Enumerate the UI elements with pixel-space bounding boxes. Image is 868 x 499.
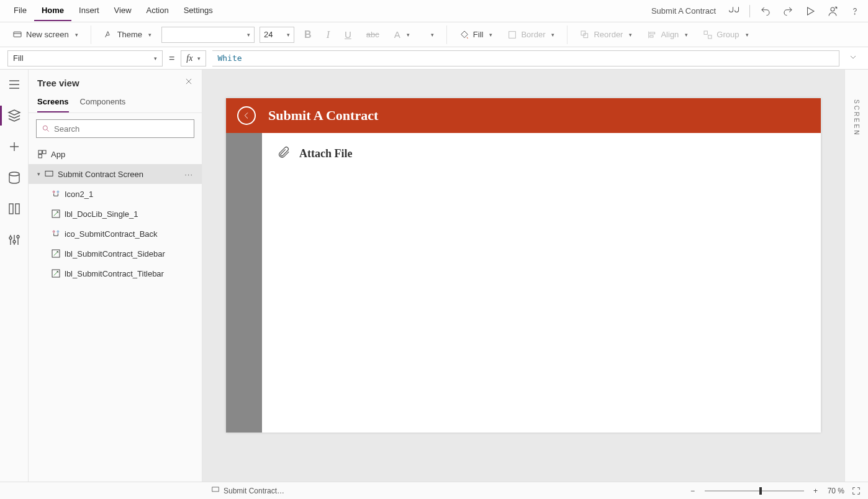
menu-file[interactable]: File (6, 1, 34, 21)
attach-file-row[interactable]: Attach File (277, 144, 806, 163)
property-selector[interactable]: Fill▾ (7, 50, 163, 66)
align-button[interactable]: Align▾ (642, 27, 693, 42)
border-button[interactable]: Border▾ (502, 27, 559, 42)
menu-home[interactable]: Home (34, 1, 71, 21)
underline-button[interactable]: U (340, 27, 356, 42)
back-button[interactable] (237, 106, 256, 125)
menu-insert[interactable]: Insert (71, 1, 107, 21)
align-icon (647, 30, 657, 40)
font-color-button[interactable]: A▾ (389, 27, 415, 42)
svg-rect-11 (9, 204, 13, 214)
insert-rail-icon[interactable] (7, 139, 22, 154)
bold-button[interactable]: B (299, 27, 317, 43)
tree-node[interactable]: Icon2_1 (29, 184, 202, 204)
tree-node[interactable]: ▾Submit Contract Screen··· (29, 164, 202, 184)
status-bar: Submit Contract… − + 70 % (0, 482, 868, 499)
group-label: Group (717, 30, 739, 39)
theme-label: Theme (117, 30, 142, 39)
tree-app-row[interactable]: App (29, 144, 202, 164)
svg-rect-18 (43, 150, 46, 153)
treeview-rail-icon[interactable] (7, 108, 22, 123)
tree-search-box[interactable] (36, 119, 194, 138)
fx-button[interactable]: fx▾ (181, 50, 206, 66)
tree-node[interactable]: lbl_SubmitContract_Sidebar (29, 244, 202, 263)
svg-rect-6 (650, 32, 655, 34)
app-canvas[interactable]: Submit A Contract Attach File (226, 98, 821, 433)
menu-action[interactable]: Action (139, 1, 176, 21)
tree-node-label: Submit Contract Screen (58, 170, 143, 179)
redo-icon[interactable] (781, 4, 795, 18)
svg-rect-20 (45, 171, 53, 176)
svg-point-21 (53, 191, 55, 193)
svg-rect-12 (16, 204, 19, 214)
text-align-button[interactable]: ▾ (420, 29, 439, 40)
tree-tab-screens[interactable]: Screens (37, 93, 69, 112)
fit-screen-button[interactable] (851, 485, 862, 497)
tree-node[interactable]: lbl_SubmitContract_Titlebar (29, 263, 202, 283)
svg-rect-19 (38, 155, 42, 158)
tree-node-label: lbl_SubmitContract_Sidebar (65, 249, 165, 259)
border-label: Border (521, 30, 545, 39)
right-rail-label: SCREEN (853, 99, 860, 137)
theme-button[interactable]: Theme▾ (99, 27, 156, 42)
ctrl-icon (51, 189, 61, 199)
app-title: Submit A Contract (268, 108, 378, 124)
italic-button[interactable]: I (322, 27, 335, 43)
font-family-select[interactable]: ▾ (161, 27, 255, 43)
help-icon[interactable] (848, 4, 862, 18)
data-rail-icon[interactable] (7, 170, 22, 185)
font-size-value: 24 (264, 30, 273, 39)
tree-node[interactable]: lbl_DocLib_Single_1 (29, 204, 202, 224)
tree-app-label: App (51, 150, 65, 159)
formula-input[interactable] (212, 50, 839, 66)
undo-icon[interactable] (759, 4, 772, 18)
menu-view[interactable]: View (107, 1, 139, 21)
new-screen-button[interactable]: New screen▾ (7, 27, 83, 42)
canvas-area[interactable]: Submit A Contract Attach File (202, 70, 844, 482)
tree-node[interactable]: ico_SubmitContract_Back (29, 224, 202, 244)
svg-rect-17 (38, 150, 42, 153)
strike-button[interactable]: abc (361, 27, 384, 42)
group-button[interactable]: Group▾ (698, 27, 753, 42)
advanced-rail-icon[interactable] (7, 232, 22, 247)
reorder-button[interactable]: Reorder▾ (575, 27, 637, 42)
media-rail-icon[interactable] (7, 201, 22, 216)
reorder-icon (580, 30, 590, 40)
play-icon[interactable] (803, 4, 817, 18)
svg-point-15 (17, 236, 19, 238)
equals-sign: = (169, 53, 174, 64)
group-icon (703, 30, 713, 40)
fill-icon (459, 30, 469, 40)
close-tree-view-button[interactable] (184, 77, 193, 88)
search-icon (42, 124, 50, 133)
ctrl-icon (51, 229, 61, 239)
label-icon (51, 249, 61, 259)
border-icon (507, 30, 517, 40)
svg-point-24 (53, 231, 55, 232)
chevron-down-icon[interactable]: ▾ (37, 171, 40, 177)
font-size-select[interactable]: 24▾ (260, 27, 294, 43)
label-icon (51, 209, 61, 219)
zoom-slider[interactable] (705, 490, 804, 492)
ribbon: New screen▾ Theme▾ ▾ 24▾ B I U abc A▾ ▾ … (0, 22, 868, 47)
app-icon (37, 149, 47, 159)
tree-search-input[interactable] (54, 124, 189, 134)
zoom-out-button[interactable]: − (687, 485, 698, 497)
fill-button[interactable]: Fill▾ (454, 27, 498, 42)
tree-node-label: lbl_DocLib_Single_1 (65, 209, 138, 219)
attach-file-label: Attach File (299, 147, 352, 160)
svg-rect-5 (584, 34, 588, 38)
expand-formula-button[interactable] (846, 52, 861, 65)
svg-point-25 (57, 231, 59, 232)
zoom-in-button[interactable]: + (810, 485, 821, 497)
share-icon[interactable] (826, 4, 839, 18)
menu-bar: FileHomeInsertViewActionSettings Submit … (0, 0, 868, 22)
hamburger-icon[interactable] (7, 77, 22, 92)
svg-point-16 (43, 126, 47, 130)
tree-node-context-button[interactable]: ··· (181, 170, 197, 179)
svg-rect-28 (212, 487, 219, 492)
menu-settings[interactable]: Settings (176, 1, 220, 21)
svg-point-14 (13, 240, 16, 243)
app-checker-icon[interactable] (727, 4, 741, 18)
tree-tab-components[interactable]: Components (80, 93, 126, 112)
